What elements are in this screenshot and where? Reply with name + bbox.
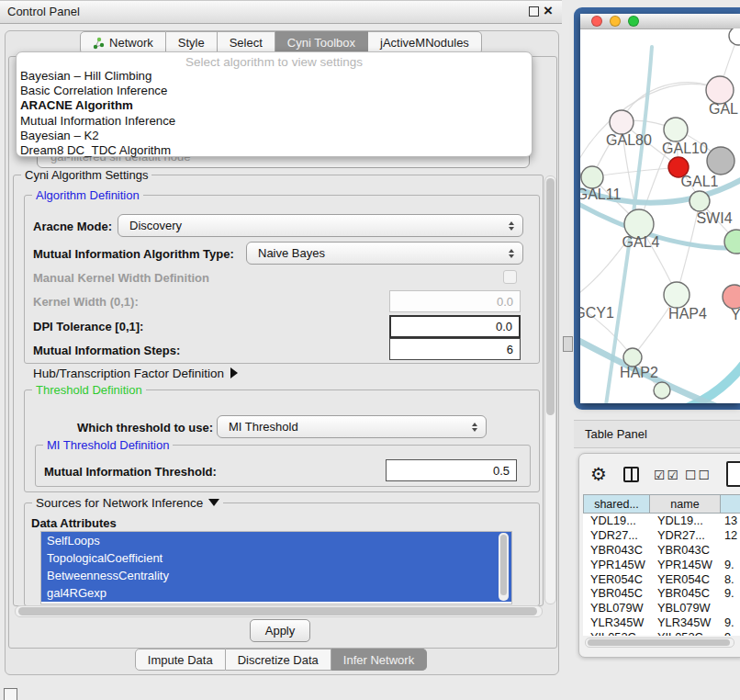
network-node[interactable] (664, 118, 688, 141)
table-row[interactable]: YBL079WYBL079W (583, 601, 740, 615)
table-cell: YBR045C (650, 586, 721, 600)
mi-threshold-input[interactable]: 0.5 (386, 459, 517, 481)
minimize-traffic-light[interactable] (610, 16, 621, 27)
mi-algorithm-type-select[interactable]: Naive Bayes (246, 242, 523, 265)
hub-factor-expander-label: Hub/Transcription Factor Definition (33, 367, 224, 380)
network-node[interactable] (664, 282, 690, 308)
algorithm-option-bayesian-k2[interactable]: Bayesian – K2 (17, 129, 532, 143)
columns-icon[interactable] (623, 467, 639, 482)
kernel-width-input[interactable]: 0.0 (389, 290, 521, 312)
table-cell: YBL079W (650, 601, 721, 615)
node-label-gal: GAL (709, 101, 738, 117)
attribute-item-topologicalcoefficient[interactable]: TopologicalCoefficient (41, 549, 511, 567)
table-row[interactable]: YPR145WYPR145W9. (583, 557, 740, 571)
table-row[interactable]: YER054CYER054C8. (583, 571, 740, 586)
table-header-shared[interactable]: shared... (583, 494, 650, 514)
dpi-tolerance-input[interactable]: 0.0 (389, 315, 521, 338)
table-cell: YLR345W (583, 615, 650, 629)
tab-label: jActiveMNodules (380, 36, 469, 50)
dpi-tolerance-label: DPI Tolerance [0,1]: (33, 320, 143, 333)
network-node[interactable] (654, 382, 670, 399)
close-icon[interactable]: × (544, 1, 553, 21)
algorithm-option-basic-correlation-inference[interactable]: Basic Correlation Inference (17, 84, 532, 98)
network-node[interactable] (690, 191, 710, 211)
attributes-scrollbar-thumb[interactable] (500, 535, 507, 595)
table-horizontal-scrollbar[interactable] (585, 638, 734, 648)
algorithm-option-aracne-algorithm[interactable]: ARACNE Algorithm (17, 98, 532, 113)
mi-steps-label: Mutual Information Steps: (33, 344, 180, 357)
gear-icon[interactable]: ⚙ (590, 463, 607, 485)
apply-button[interactable]: Apply (250, 619, 310, 642)
checked-checkboxes-icon[interactable]: ☑☑ (654, 468, 680, 482)
mi-threshold-label: Mutual Information Threshold: (44, 465, 217, 479)
table-cell: YDR27... (583, 528, 650, 542)
algorithm-option-bayesian-hill-climbing[interactable]: Bayesian – Hill Climbing (17, 69, 532, 84)
spinner-arrows-icon (509, 249, 514, 258)
table-row[interactable]: YDL19...YDL19...13 (583, 514, 740, 528)
algorithm-dropdown-popup: Select algorithm to view settings Bayesi… (16, 51, 533, 157)
hub-factor-expander[interactable]: Hub/Transcription Factor Definition (33, 367, 238, 380)
zoom-traffic-light[interactable] (628, 16, 639, 27)
network-node[interactable] (581, 166, 603, 188)
network-edge (592, 167, 678, 177)
table-row[interactable]: YBR045CYBR045C9. (583, 586, 740, 601)
unchecked-checkboxes-icon[interactable]: ☐☐ (685, 468, 712, 482)
network-graph[interactable]: GALGAL80GAL10GAL1GAL11SWI4GAL4GCY1HAP4YH… (580, 28, 740, 403)
network-window-titlebar[interactable] (580, 14, 740, 29)
manual-kernel-width-label: Manual Kernel Width Definition (33, 271, 209, 285)
attributes-list-scrollbar[interactable] (499, 533, 509, 601)
network-node[interactable] (623, 348, 642, 367)
data-attributes-list[interactable]: SelfLoopsTopologicalCoefficientBetweenne… (40, 531, 512, 604)
table-row[interactable]: YDR27...YDR27...12 (583, 528, 740, 543)
table-row[interactable]: YLR345WYLR345W9. (583, 615, 740, 630)
table-row[interactable]: YBR043CYBR043C (583, 543, 740, 558)
close-traffic-light[interactable] (591, 16, 602, 27)
table-cell: YPR145W (583, 558, 650, 571)
mi-algorithm-type-value: Naive Bayes (258, 246, 325, 260)
sources-expander[interactable]: Sources for Network Inference (32, 496, 223, 510)
network-node[interactable] (723, 285, 740, 309)
network-edge (622, 83, 720, 122)
function-doc-icon[interactable] (726, 461, 740, 487)
settings-hscrollbar-thumb[interactable] (18, 607, 537, 615)
attribute-item-betweennesscentrality[interactable]: BetweennessCentrality (41, 567, 511, 584)
algorithm-dropdown-prompt: Select algorithm to view settings (17, 55, 532, 69)
algorithm-option-dream8-dc-tdc-algorithm[interactable]: Dream8 DC_TDC Algorithm (17, 143, 532, 158)
attribute-item-selfloops[interactable]: SelfLoops (41, 532, 511, 549)
spinner-arrows-icon (509, 221, 514, 231)
tab-discretize-data[interactable]: Discretize Data (226, 649, 331, 671)
attribute-item-gal4rgexp[interactable]: gal4RGexp (41, 584, 511, 602)
network-node[interactable] (706, 76, 734, 104)
control-panel-titlebar: Control Panel × (0, 0, 562, 24)
table-row[interactable]: YIL052CYIL052C9. (583, 629, 740, 636)
mi-algorithm-type-label: Mutual Information Algorithm Type: (33, 247, 234, 261)
tab-infer-network[interactable]: Infer Network (331, 649, 427, 671)
panel-divider-handle[interactable] (563, 336, 573, 352)
table-hscrollbar-thumb[interactable] (588, 639, 730, 646)
settings-vertical-scrollbar[interactable] (544, 175, 556, 604)
table-header-name[interactable]: name (650, 494, 721, 514)
float-window-icon[interactable] (529, 6, 539, 17)
table-cell: 13 (721, 514, 740, 527)
table-header-col2[interactable] (721, 494, 740, 514)
algorithm-option-mutual-information-inference[interactable]: Mutual Information Inference (17, 114, 532, 129)
which-threshold-select[interactable]: MI Threshold (217, 415, 487, 438)
settings-horizontal-scrollbar[interactable] (15, 605, 543, 617)
mi-steps-input[interactable]: 6 (389, 338, 521, 360)
manual-kernel-width-checkbox[interactable] (503, 270, 517, 284)
network-node[interactable] (610, 110, 633, 134)
screen: { "control_panel": { "title": "Control P… (0, 0, 740, 700)
settings-vscrollbar-thumb[interactable] (546, 178, 555, 415)
network-node[interactable] (707, 147, 734, 175)
table-cell: YBL079W (583, 601, 650, 615)
network-node[interactable] (729, 28, 740, 45)
tab-label: Discretize Data (238, 653, 319, 667)
tab-impute-data[interactable]: Impute Data (135, 649, 226, 671)
node-label-gal11: GAL11 (580, 186, 621, 202)
table-panel-title: Table Panel (585, 427, 647, 441)
network-edge (689, 322, 740, 403)
table-cell: 9. (721, 558, 740, 571)
aracne-mode-select[interactable]: Discovery (118, 214, 523, 237)
corner-panel-icon[interactable] (4, 688, 17, 700)
mi-steps-value: 6 (507, 343, 513, 356)
